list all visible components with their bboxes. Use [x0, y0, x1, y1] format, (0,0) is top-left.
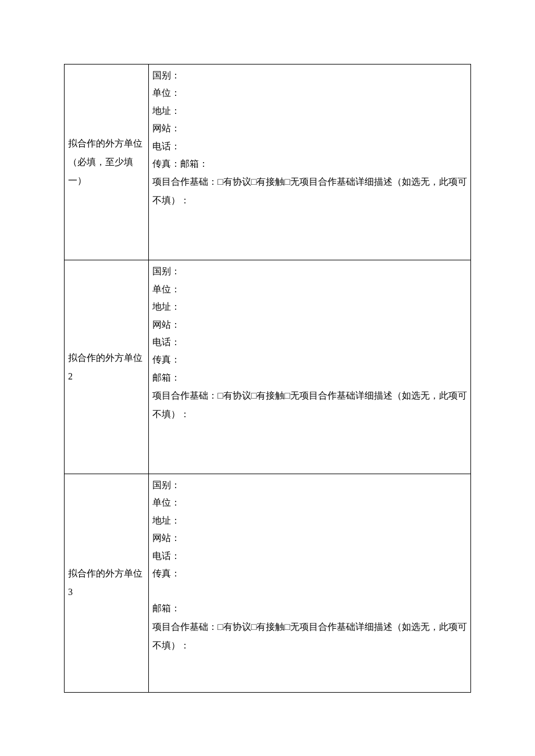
partner-row-3-label: 拟合作的外方单位 3 [65, 474, 149, 693]
field-basis: 项目合作基础：□有协议□有接触□无项目合作基础详细描述（如选无，此项可不填）： [152, 386, 467, 424]
blank-space [152, 210, 467, 257]
field-org: 单位： [152, 84, 467, 102]
field-org: 单位： [152, 494, 467, 511]
field-fax: 传真： [152, 351, 467, 368]
field-website: 网站： [152, 316, 467, 334]
partner-row-2: 拟合作的外方单位 2 国别： 单位： 地址： 网站： 电话： 传真： 邮箱： 项… [65, 260, 471, 474]
field-fax-email: 传真：邮箱： [152, 155, 467, 173]
field-phone: 电话： [152, 334, 467, 351]
field-email: 邮箱： [152, 600, 467, 617]
blank-space [152, 655, 467, 690]
field-country: 国别： [152, 263, 467, 280]
partner-row-3-content: 国别： 单位： 地址： 网站： 电话： 传真： 邮箱： 项目合作基础：□有协议□… [149, 474, 471, 693]
field-website: 网站： [152, 120, 467, 137]
field-country: 国别： [152, 476, 467, 494]
partner-row-1: 拟合作的外方单位（必填，至少填一） 国别： 单位： 地址： 网站： 电话： 传真… [65, 65, 471, 260]
field-email: 邮箱： [152, 369, 467, 386]
field-address: 地址： [152, 298, 467, 316]
field-org: 单位： [152, 281, 467, 298]
field-address: 地址： [152, 512, 467, 529]
field-address: 地址： [152, 102, 467, 120]
field-fax: 传真： [152, 565, 467, 582]
gap-space [152, 582, 467, 600]
partner-row-3: 拟合作的外方单位 3 国别： 单位： 地址： 网站： 电话： 传真： 邮箱： 项… [65, 474, 471, 693]
field-basis: 项目合作基础：□有协议□有接触□无项目合作基础详细描述（如选无，此项可不填）： [152, 618, 467, 655]
field-phone: 电话： [152, 138, 467, 155]
field-basis: 项目合作基础：□有协议□有接触□无项目合作基础详细描述（如选无，此项可不填）： [152, 173, 467, 210]
partner-row-1-label: 拟合作的外方单位（必填，至少填一） [65, 65, 149, 260]
partner-row-2-content: 国别： 单位： 地址： 网站： 电话： 传真： 邮箱： 项目合作基础：□有协议□… [149, 260, 471, 474]
partner-row-2-label: 拟合作的外方单位 2 [65, 260, 149, 474]
partner-row-1-content: 国别： 单位： 地址： 网站： 电话： 传真：邮箱： 项目合作基础：□有协议□有… [149, 65, 471, 260]
field-website: 网站： [152, 529, 467, 547]
field-country: 国别： [152, 67, 467, 84]
field-phone: 电话： [152, 547, 467, 565]
blank-space [152, 424, 467, 471]
partner-form-table: 拟合作的外方单位（必填，至少填一） 国别： 单位： 地址： 网站： 电话： 传真… [64, 64, 471, 693]
